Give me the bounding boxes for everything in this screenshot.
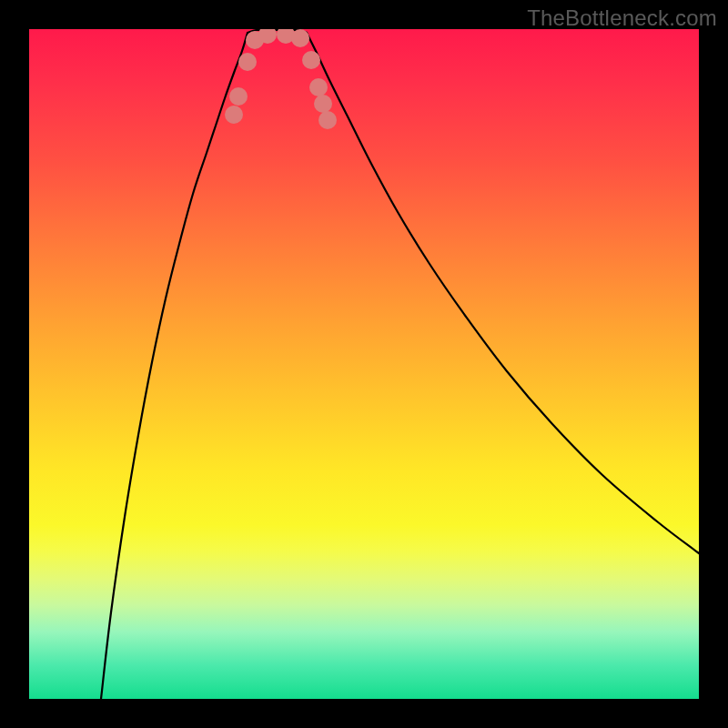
series-left-curve (101, 33, 248, 699)
watermark-text: TheBottleneck.com (527, 5, 717, 31)
outer-frame: TheBottleneck.com (0, 0, 728, 728)
curve-layer (29, 29, 699, 699)
marker-dot-6 (291, 29, 309, 47)
plot-area (29, 29, 699, 699)
marker-dot-1 (229, 87, 248, 106)
marker-dot-10 (318, 111, 337, 129)
marker-dot-7 (302, 51, 320, 69)
marker-dot-2 (238, 53, 257, 71)
marker-dot-9 (314, 95, 332, 113)
marker-dot-0 (225, 106, 243, 124)
marker-dots (225, 29, 337, 129)
marker-dot-8 (309, 78, 328, 96)
curve-paths (101, 30, 699, 699)
series-right-curve (307, 33, 699, 553)
